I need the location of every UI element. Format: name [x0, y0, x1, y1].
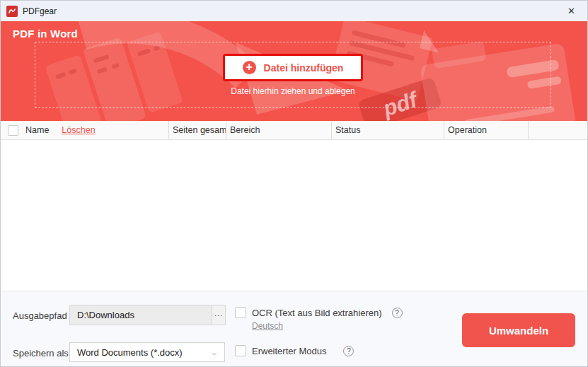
- browse-button[interactable]: ...: [212, 305, 226, 325]
- save-as-label: Speichern als: [13, 348, 69, 359]
- options-panel: Ausgabepfad ... OCR (Text aus Bild extra…: [1, 291, 587, 366]
- ocr-checkbox[interactable]: [235, 307, 246, 318]
- pdfgear-window: PDFgear ✕: [0, 0, 588, 367]
- advanced-mode-label: Erweiterter Modus: [252, 346, 326, 356]
- column-range-label: Bereich: [230, 125, 260, 135]
- output-path-input[interactable]: [69, 305, 212, 325]
- column-operation: Operation: [444, 121, 528, 139]
- save-as-dropdown[interactable]: Word Documents (*.docx) ⌄: [69, 342, 225, 362]
- file-table-header: Name Löschen Seiten gesamt Bereich Statu…: [1, 121, 587, 140]
- advanced-mode-checkbox[interactable]: [235, 345, 246, 356]
- page-title: PDF in Word: [13, 28, 78, 40]
- file-drop-zone[interactable]: + Datei hinzufügen Datei hierhin ziehen …: [35, 42, 551, 108]
- ocr-help-icon[interactable]: ?: [392, 308, 403, 318]
- window-title: PDFgear: [23, 6, 57, 16]
- file-table-body: [1, 140, 587, 291]
- advanced-help-icon[interactable]: ?: [343, 346, 354, 356]
- header-banner: pdf PDF in Word + Datei hinzufügen Datei…: [1, 21, 587, 121]
- title-bar[interactable]: PDFgear ✕: [1, 1, 587, 21]
- add-file-button[interactable]: + Datei hinzufügen: [223, 54, 364, 81]
- drop-hint-text: Datei hierhin ziehen und ablegen: [231, 86, 354, 96]
- delete-link[interactable]: Löschen: [62, 125, 95, 135]
- ocr-option-row: OCR (Text aus Bild extrahieren) ?: [235, 307, 403, 318]
- column-operation-label: Operation: [448, 125, 487, 135]
- column-pages-total: Seiten gesamt: [168, 121, 226, 139]
- column-range: Bereich: [226, 121, 331, 139]
- column-empty: [528, 121, 587, 139]
- add-file-button-label: Datei hinzufügen: [264, 62, 344, 74]
- ocr-language-link[interactable]: Deutsch: [252, 321, 283, 331]
- column-status-label: Status: [335, 125, 360, 135]
- select-all-checkbox[interactable]: [8, 125, 18, 136]
- column-status: Status: [331, 121, 444, 139]
- column-name: Name Löschen: [1, 121, 168, 139]
- convert-button[interactable]: Umwandeln: [462, 313, 575, 347]
- output-path-group: ...: [69, 305, 226, 325]
- advanced-mode-row: Erweiterter Modus ?: [235, 345, 354, 356]
- ocr-label: OCR (Text aus Bild extrahieren): [252, 308, 382, 318]
- close-icon[interactable]: ✕: [555, 1, 587, 21]
- app-icon: [6, 6, 18, 17]
- output-path-label: Ausgabepfad: [13, 310, 67, 321]
- chevron-down-icon: ⌄: [209, 348, 219, 357]
- save-as-value: Word Documents (*.docx): [77, 347, 211, 358]
- column-name-label: Name: [25, 125, 49, 135]
- column-pages-total-label: Seiten gesamt: [173, 125, 226, 135]
- plus-icon: +: [243, 61, 256, 74]
